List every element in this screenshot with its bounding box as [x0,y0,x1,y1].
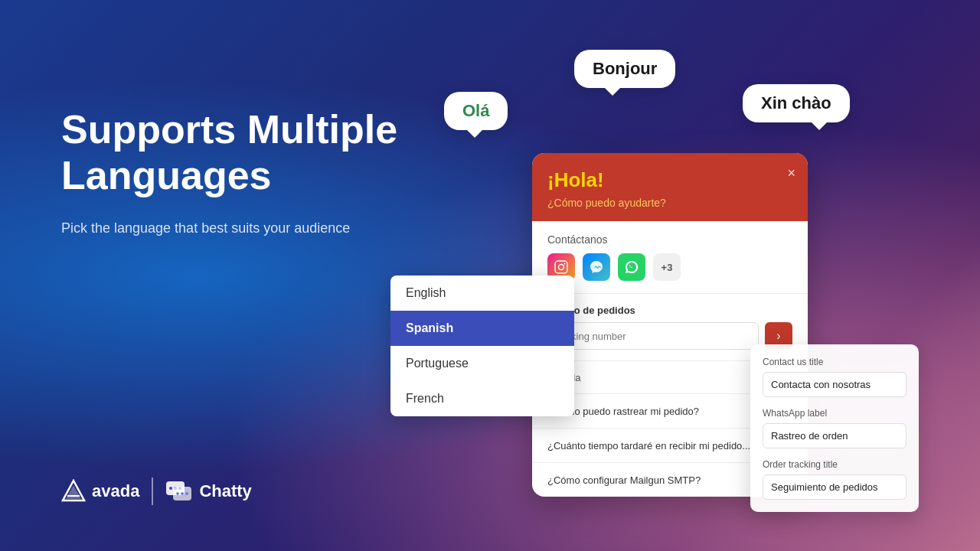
chat-greeting: ¡Hola! [547,168,792,192]
bubble-bonjour: Bonjour [574,50,675,88]
tracking-title: miento de pedidos [547,305,792,316]
bubble-ola: Olá [444,92,508,130]
contact-title: Contáctanos [547,233,792,246]
order-tracking-title-value: Seguimiento de pedidos [763,474,906,500]
whatsapp-label-label: WhatsApp label [763,408,906,419]
language-dropdown: English Spanish Portuguese French [390,276,574,416]
whatsapp-label-field: WhatsApp label Rastreo de orden [763,408,906,448]
messenger-icon[interactable] [583,253,610,281]
chatty-brand: Chatty [165,481,251,502]
close-icon[interactable]: × [787,165,795,181]
whatsapp-label-value: Rastreo de orden [763,423,906,448]
faq-text-2: ¿Cuánto tiempo tardaré en recibir mi ped… [547,440,782,452]
bubble-ola-text: Olá [462,101,489,120]
settings-panel: Contact us title Contacta con nosotras W… [750,344,919,512]
social-icons: +3 [547,253,792,281]
svg-point-12 [559,265,564,270]
avada-brand: avada [61,479,139,504]
whatsapp-icon[interactable] [618,253,645,281]
bubble-bonjour-text: Bonjour [593,59,657,78]
svg-point-4 [169,487,172,490]
tracking-input[interactable] [547,322,759,350]
avada-label: avada [92,481,139,501]
contact-us-title-value: Contacta con nosotras [763,372,906,397]
faq-text-3: ¿Cómo configurar Mailgun SMTP? [547,474,782,486]
lang-item-spanish[interactable]: Spanish [390,311,574,346]
bubble-xin-chao: Xin chào [743,84,850,122]
order-tracking-title-field: Order tracking title Seguimiento de pedi… [763,459,906,500]
avada-logo-icon [61,479,86,504]
svg-point-9 [181,492,185,495]
lang-item-english[interactable]: English [390,276,574,311]
brand-footer: avada Chatty [61,478,252,505]
brand-divider [152,478,153,505]
svg-point-13 [564,263,566,265]
lang-item-french[interactable]: French [390,381,574,416]
contact-us-title-field: Contact us title Contacta con nosotras [763,357,906,397]
sub-text: Pick the language that best suits your a… [61,217,429,240]
svg-point-10 [186,492,189,495]
chatty-logo-icon [165,481,193,502]
bubble-xin-chao-text: Xin chào [761,93,831,112]
faq-text-1: ¿Cómo puedo rastrear mi pedido? [547,406,782,417]
lang-item-portuguese[interactable]: Portuguese [390,346,574,381]
chat-subtitle: ¿Cómo puedo ayudarte? [547,197,792,209]
contact-us-title-label: Contact us title [763,357,906,367]
left-content: Supports Multiple Languages Pick the lan… [61,107,429,239]
chat-header: ¡Hola! ¿Cómo puedo ayudarte? × [532,153,808,221]
chatty-label: Chatty [199,481,251,501]
main-heading: Supports Multiple Languages [61,107,429,199]
svg-rect-11 [555,261,567,273]
more-channels-icon[interactable]: +3 [653,253,681,281]
svg-point-8 [177,492,180,495]
order-tracking-title-label: Order tracking title [763,459,906,470]
